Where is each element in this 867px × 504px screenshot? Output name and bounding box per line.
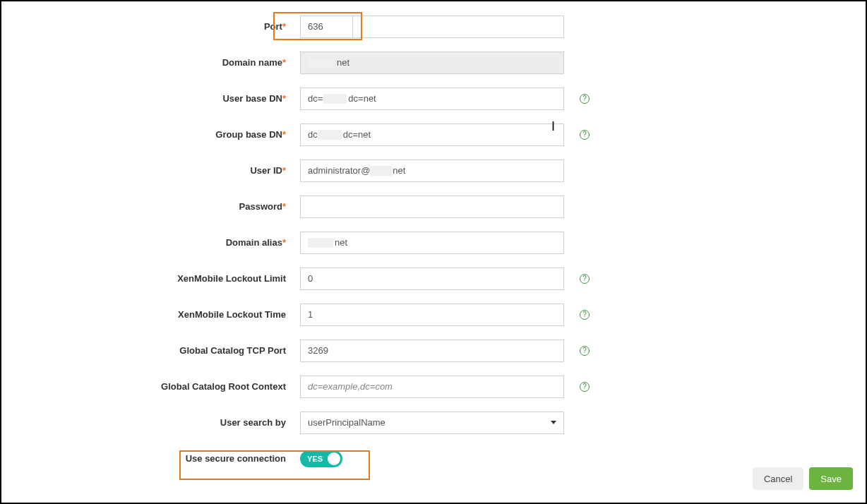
use-secure-toggle[interactable]: YES bbox=[300, 450, 342, 467]
user-search-by-select[interactable]: userPrincipalName bbox=[300, 412, 564, 434]
password-input[interactable] bbox=[300, 196, 564, 218]
user-id-label: User ID* bbox=[1, 165, 300, 176]
user-search-by-label: User search by bbox=[1, 417, 300, 428]
use-secure-label: Use secure connection bbox=[1, 453, 300, 464]
save-button[interactable]: Save bbox=[809, 467, 853, 490]
port-input-extra[interactable] bbox=[353, 16, 563, 37]
help-icon[interactable]: ? bbox=[580, 310, 590, 320]
lockout-limit-label: XenMobile Lockout Limit bbox=[1, 273, 300, 284]
gc-tcp-port-input[interactable] bbox=[300, 340, 564, 362]
gc-tcp-port-label: Global Catalog TCP Port bbox=[1, 345, 300, 356]
domain-name-input[interactable]: xx net bbox=[300, 52, 564, 74]
domain-alias-input[interactable]: xx net bbox=[300, 232, 564, 254]
help-icon[interactable]: ? bbox=[580, 130, 590, 140]
toggle-knob-icon bbox=[328, 452, 340, 465]
port-label: Port* bbox=[1, 21, 300, 32]
group-base-dn-label: Group base DN* bbox=[1, 129, 300, 140]
user-search-by-value: userPrincipalName bbox=[308, 417, 385, 428]
lockout-limit-input[interactable] bbox=[300, 268, 564, 290]
port-input[interactable] bbox=[301, 16, 353, 37]
user-base-dn-label: User base DN* bbox=[1, 93, 300, 104]
gc-root-context-input[interactable] bbox=[300, 376, 564, 398]
help-icon[interactable]: ? bbox=[580, 274, 590, 284]
chevron-down-icon bbox=[551, 421, 556, 424]
lockout-time-input[interactable] bbox=[300, 304, 564, 326]
toggle-on-label: YES bbox=[307, 455, 323, 463]
cancel-button[interactable]: Cancel bbox=[753, 467, 803, 490]
help-icon[interactable]: ? bbox=[580, 346, 590, 356]
port-input-group bbox=[300, 16, 564, 38]
user-id-input[interactable]: administrator@ xx net bbox=[300, 160, 564, 182]
domain-name-label: Domain name* bbox=[1, 57, 300, 68]
gc-root-context-label: Global Catalog Root Context bbox=[1, 381, 300, 392]
user-base-dn-input[interactable]: dc= xx dc=net bbox=[300, 88, 564, 110]
lockout-time-label: XenMobile Lockout Time bbox=[1, 309, 300, 320]
domain-alias-label: Domain alias* bbox=[1, 237, 300, 248]
help-icon[interactable]: ? bbox=[580, 382, 590, 392]
group-base-dn-input[interactable]: dc xx dc=net bbox=[300, 124, 564, 146]
password-label: Password* bbox=[1, 201, 300, 212]
help-icon[interactable]: ? bbox=[580, 94, 590, 104]
footer-buttons: Cancel Save bbox=[753, 467, 853, 490]
